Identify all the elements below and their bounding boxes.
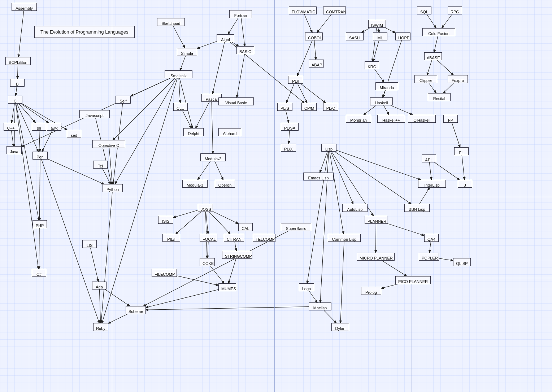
lang-node-lisp[interactable]: Lisp — [321, 144, 336, 152]
lang-node-java[interactable]: Java — [6, 146, 22, 154]
lang-node-modula3[interactable]: Modula-3 — [182, 180, 208, 188]
lang-node-clipper[interactable]: Clipper — [414, 75, 437, 83]
lang-node-b[interactable]: B — [10, 79, 25, 87]
lang-node-sed[interactable]: sed — [67, 130, 81, 138]
lang-node-joss[interactable]: JOSS — [198, 204, 213, 212]
lang-node-commonlisp[interactable]: Common Lisp — [328, 234, 361, 242]
lang-node-csharp[interactable]: C# — [32, 269, 46, 277]
lang-node-isis[interactable]: ISIS — [158, 216, 173, 224]
edge-C-sh — [19, 104, 36, 123]
lang-node-fortran[interactable]: Fortran — [229, 10, 252, 18]
lang-node-alphard[interactable]: Alphard — [218, 128, 241, 136]
lang-node-citran[interactable]: CITRAN — [224, 234, 244, 242]
lang-node-coldfusion[interactable]: Cold Fusion — [422, 28, 455, 36]
lang-node-foxpro[interactable]: Foxpro — [448, 75, 468, 83]
lang-node-filecomp[interactable]: FILECOMP — [152, 269, 177, 277]
lang-node-comtran[interactable]: COMTRAN — [323, 6, 346, 14]
lang-node-perl[interactable]: Perl — [32, 152, 48, 160]
lang-node-clu[interactable]: CLU — [173, 103, 188, 111]
lang-node-apl[interactable]: APL — [422, 154, 436, 162]
lang-node-mondrian[interactable]: Mondrian — [346, 115, 371, 123]
lang-node-self[interactable]: Self — [116, 96, 131, 104]
lang-node-maclisp[interactable]: Maclisp — [309, 302, 331, 310]
lang-node-sasli[interactable]: SASLI — [346, 32, 364, 40]
lang-node-prolog[interactable]: Prolog — [361, 287, 381, 295]
lang-node-planner[interactable]: PLANNER — [365, 216, 387, 224]
lang-node-rpg[interactable]: RPG — [448, 6, 462, 14]
lang-node-focal[interactable]: FOCAL — [200, 234, 217, 242]
lang-node-haskellpp[interactable]: Haskell++ — [377, 115, 405, 123]
lang-node-cpp[interactable]: C++ — [4, 123, 18, 131]
lang-node-miranda[interactable]: Miranda — [375, 82, 398, 90]
lang-node-smalltalk[interactable]: Smalltalk — [165, 70, 192, 78]
edge-Sketchpad-Simula — [173, 26, 185, 48]
lang-node-ml[interactable]: ML — [373, 32, 387, 40]
edge-Haskell-Mondrian — [364, 105, 376, 115]
lang-node-ruby[interactable]: Ruby — [93, 323, 108, 331]
lang-node-telcomp[interactable]: TELCOMP — [253, 234, 275, 242]
lang-node-bbnlisp[interactable]: BBN Lisp — [404, 204, 430, 212]
lang-node-picoplanner[interactable]: PICO PLANNER — [395, 276, 431, 284]
lang-node-javascript[interactable]: Javascript — [79, 110, 110, 118]
lang-node-qlisp[interactable]: QLISP — [453, 258, 471, 266]
lang-node-sh[interactable]: sh — [32, 123, 46, 131]
lang-node-fp[interactable]: FP — [443, 115, 458, 123]
lang-node-plc[interactable]: PL/C — [323, 103, 338, 111]
lang-node-microplanner[interactable]: MICRO PLANNER — [357, 253, 395, 261]
lang-node-emacslisp[interactable]: Emacs Lisp — [303, 173, 334, 180]
lang-node-awk[interactable]: awk — [47, 123, 61, 131]
lang-node-python[interactable]: Python — [103, 184, 123, 192]
lang-node-assembly[interactable]: Assembly — [12, 3, 37, 11]
edge-Lisp-InterLisp — [336, 150, 421, 180]
lang-node-iswim[interactable]: ISWIM — [368, 20, 386, 28]
lang-node-modula2[interactable]: Modula-2 — [200, 153, 226, 161]
lang-node-j[interactable]: J — [458, 180, 472, 188]
lang-node-autolisp[interactable]: AutoLisp — [342, 204, 368, 212]
lang-node-dylan[interactable]: Dylan — [331, 323, 349, 331]
lang-node-superbasic[interactable]: SuperBasic — [281, 223, 311, 231]
lang-node-tcl[interactable]: Tcl — [93, 161, 108, 169]
lang-node-pls[interactable]: PL/S — [277, 103, 292, 111]
lang-node-sql[interactable]: SQL — [417, 6, 431, 14]
lang-node-fl[interactable]: FL — [454, 147, 469, 155]
lang-node-visualbasic[interactable]: Visual Basic — [218, 97, 254, 105]
lang-node-mumps[interactable]: MUMPS — [218, 283, 236, 291]
lang-node-pli[interactable]: PL/I — [288, 76, 303, 84]
lang-node-qa4[interactable]: QA4 — [424, 234, 439, 242]
lang-node-abap[interactable]: ABAP — [309, 60, 324, 67]
lang-node-coke[interactable]: COKE — [200, 258, 215, 266]
lang-node-interlisp[interactable]: InterLisp — [418, 180, 446, 188]
lang-node-flowmatic[interactable]: FLOWMATIC — [289, 6, 317, 14]
lang-node-pili[interactable]: PIL/I — [162, 234, 180, 242]
lang-node-krc[interactable]: KRC — [365, 61, 379, 69]
lang-node-logo[interactable]: Logo — [299, 283, 314, 291]
lang-node-basic[interactable]: BASIC — [236, 46, 254, 54]
lang-node-scheme[interactable]: Scheme — [126, 306, 146, 314]
lang-node-plsa[interactable]: PL/SA — [281, 123, 299, 131]
edge-Ada-Ruby — [99, 289, 100, 323]
lang-node-cal[interactable]: CAL — [238, 223, 253, 231]
lang-node-popler[interactable]: POPLER — [419, 253, 439, 261]
edge-APL-InterLisp — [429, 162, 431, 180]
lang-node-lis[interactable]: LIS — [82, 240, 97, 248]
lang-node-dbase[interactable]: dBASE — [424, 52, 442, 60]
lang-node-ada[interactable]: Ada — [92, 282, 107, 289]
lang-node-oberon[interactable]: Oberon — [215, 180, 235, 188]
lang-node-stringcomp[interactable]: STRINGCOMP — [222, 251, 252, 259]
lang-node-delphi[interactable]: Delphi — [183, 128, 204, 136]
lang-node-php[interactable]: PHP — [32, 220, 47, 228]
lang-node-cobol[interactable]: COBOL — [305, 32, 323, 40]
lang-node-haskell[interactable]: Haskell — [370, 97, 393, 105]
lang-node-sketchpad[interactable]: Sketchpad — [157, 18, 185, 26]
edge-Assembly-BCPL — [18, 11, 24, 57]
lang-node-hope[interactable]: HOPE — [395, 32, 410, 40]
lang-node-cpm[interactable]: CP/M — [301, 103, 317, 111]
lang-node-plx[interactable]: PL/X — [281, 144, 296, 152]
lang-node-algol[interactable]: Algol — [217, 34, 234, 42]
lang-node-recital[interactable]: Recital — [428, 93, 451, 101]
lang-node-bcpl[interactable]: BCPL/Bon — [5, 57, 31, 65]
lang-node-simula[interactable]: Simula — [177, 48, 197, 56]
lang-node-ohaskell[interactable]: O'Haskell — [408, 115, 436, 123]
lang-node-c[interactable]: C — [8, 96, 22, 104]
lang-node-objectivec[interactable]: Objective-C — [92, 140, 125, 148]
